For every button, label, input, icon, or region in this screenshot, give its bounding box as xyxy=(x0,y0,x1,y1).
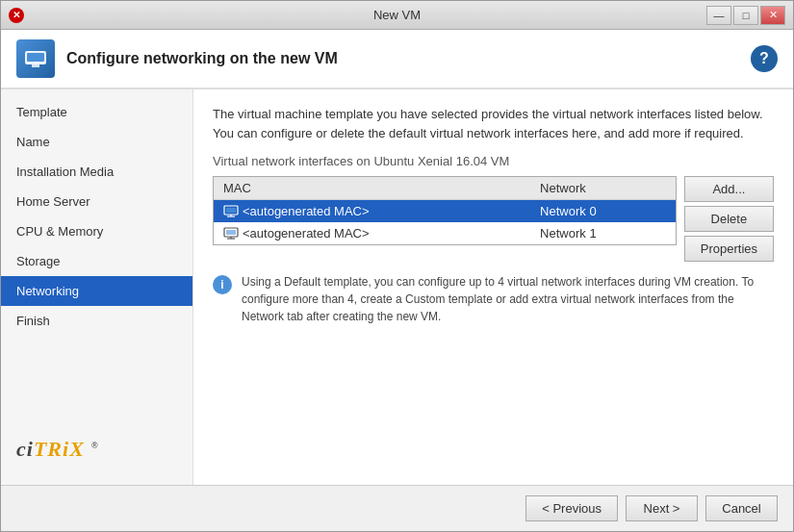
window: ✕ New VM — □ ✕ Configure networking on t… xyxy=(0,0,794,532)
info-box: i Using a Default template, you can conf… xyxy=(213,273,774,325)
info-text: Using a Default template, you can config… xyxy=(242,273,774,325)
row2-mac-cell: <autogenerated MAC> xyxy=(223,226,521,241)
sidebar: Template Name Installation Media Home Se… xyxy=(1,89,193,485)
maximize-button[interactable]: □ xyxy=(733,6,758,25)
add-button[interactable]: Add... xyxy=(684,176,774,202)
table-row[interactable]: <autogenerated MAC> Network 1 xyxy=(214,222,676,244)
sidebar-item-name[interactable]: Name xyxy=(1,127,192,157)
content-description: The virtual machine template you have se… xyxy=(213,105,774,142)
sidebar-item-cpu-memory[interactable]: CPU & Memory xyxy=(1,216,192,246)
main-area: Template Name Installation Media Home Se… xyxy=(1,89,793,485)
help-button[interactable]: ? xyxy=(751,45,778,72)
subtitle-text: Virtual network interfaces on Ubuntu Xen… xyxy=(213,154,509,168)
sidebar-item-home-server[interactable]: Home Server xyxy=(1,187,192,216)
svg-rect-5 xyxy=(226,208,236,213)
window-title: New VM xyxy=(373,8,421,22)
network-interface-icon-2 xyxy=(223,227,239,241)
network-table: MAC Network xyxy=(214,177,676,244)
network-table-container: MAC Network xyxy=(213,176,677,245)
svg-rect-2 xyxy=(32,64,39,67)
network-interface-icon-1 xyxy=(223,205,239,218)
table-area: MAC Network xyxy=(213,176,774,262)
sidebar-bottom: ciTRiX ® xyxy=(1,421,192,477)
header-bar: Configure networking on the new VM ? xyxy=(1,30,793,89)
citrix-logo: ciTRiX ® xyxy=(16,437,177,462)
table-header-row: MAC Network xyxy=(214,177,676,200)
table-buttons: Add... Delete Properties xyxy=(684,176,774,262)
titlebar-left: ✕ xyxy=(9,8,24,23)
close-button[interactable]: ✕ xyxy=(760,6,785,25)
column-mac: MAC xyxy=(214,177,530,200)
cancel-button[interactable]: Cancel xyxy=(705,495,778,521)
header-left: Configure networking on the new VM xyxy=(16,39,338,78)
properties-button[interactable]: Properties xyxy=(684,236,774,262)
delete-button[interactable]: Delete xyxy=(684,206,774,232)
info-icon: i xyxy=(213,275,232,294)
header-title: Configure networking on the new VM xyxy=(66,50,338,67)
sidebar-item-installation-media[interactable]: Installation Media xyxy=(1,157,192,187)
sidebar-item-finish[interactable]: Finish xyxy=(1,306,192,336)
sidebar-item-template[interactable]: Template xyxy=(1,97,192,127)
row1-mac-cell: <autogenerated MAC> xyxy=(223,204,521,218)
svg-rect-1 xyxy=(27,53,44,62)
column-network: Network xyxy=(530,177,676,200)
row1-mac: <autogenerated MAC> xyxy=(214,200,530,223)
window-icon: ✕ xyxy=(9,8,24,23)
sidebar-item-storage[interactable]: Storage xyxy=(1,246,192,276)
row2-mac: <autogenerated MAC> xyxy=(214,222,530,244)
next-button[interactable]: Next > xyxy=(626,495,698,521)
header-icon xyxy=(16,39,55,78)
svg-rect-9 xyxy=(226,230,236,235)
table-row[interactable]: <autogenerated MAC> Network 0 xyxy=(214,200,676,223)
titlebar-controls: — □ ✕ xyxy=(706,6,785,25)
minimize-button[interactable]: — xyxy=(706,6,731,25)
sidebar-item-networking[interactable]: Networking xyxy=(1,276,192,306)
titlebar: ✕ New VM — □ ✕ xyxy=(1,1,793,30)
network-vm-icon xyxy=(22,45,49,72)
footer: < Previous Next > Cancel xyxy=(1,485,793,531)
previous-button[interactable]: < Previous xyxy=(525,495,618,521)
row1-network: Network 0 xyxy=(530,200,676,223)
content-area: The virtual machine template you have se… xyxy=(193,89,793,485)
content-subtitle: Virtual network interfaces on Ubuntu Xen… xyxy=(213,154,774,168)
row2-network: Network 1 xyxy=(530,222,676,244)
